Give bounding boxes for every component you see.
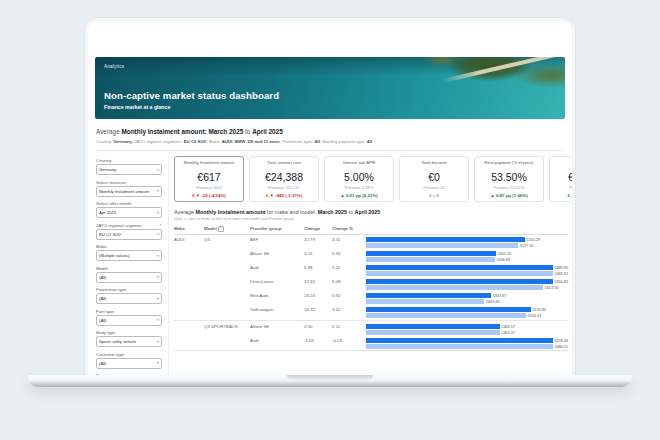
criteria-segment: Monthly payment type: All [322,139,372,144]
kpi-label: Deposit [552,161,572,170]
previous-month-bar[interactable] [366,330,500,335]
cell-provider-group: DirectLease [250,279,304,284]
filter-label: Body type [96,330,116,335]
criteria-label: Country: [96,139,113,144]
kpi-card[interactable]: Deposit €2,493 Previous €2,329 € ▲ 164 (… [549,156,572,202]
filter-dropdown[interactable]: Sports utility vehicle▾ [96,336,162,347]
summary-title-mid: to [243,128,252,135]
kpi-card[interactable]: Monthly Instalment amount €617 Previous … [174,156,244,202]
filter-dropdown[interactable]: Monthly Instalment amount▾ [96,186,162,197]
current-month-bar[interactable] [366,324,500,329]
current-bar-label: €689.90 [554,266,568,270]
cell-provider-group: Allane SE [250,251,304,256]
cell-change-pct: 5.92 [332,293,366,298]
previous-bar-line: €527.50 [366,243,568,248]
current-bar-label: €433.67 [493,294,507,298]
hero-banner: Analytics Non-captive market status dash… [95,57,565,119]
filter-label-row: Select offer month✕ [96,201,162,206]
column-header-change[interactable]: Change [304,226,332,231]
kpi-card[interactable]: Interest rate APR 5.00% Previous 4.99% ▲… [324,156,394,202]
filter-dropdown[interactable]: (All)▾ [96,315,162,326]
cell-change: 4.16 [304,251,332,256]
filter-dropdown[interactable]: Apr 2025▾ [96,207,162,218]
clear-filter-icon[interactable]: ✕ [159,223,162,227]
column-header-model[interactable]: Model− [204,226,250,233]
filter-criteria-line: Country: Germany, JATO regional segments… [96,139,564,144]
chevron-down-icon: ▾ [157,297,159,301]
column-header-provider-group[interactable]: Provider group [250,226,304,231]
cell-change-pct: -0.24 [332,338,366,343]
page-background: Analytics Non-captive market status dash… [0,0,660,440]
bar-pair: €678.46 €680.11 [366,338,568,349]
previous-bar-line: €682.92 [366,271,568,276]
filter-dropdown[interactable]: (Multiple values)▾ [96,250,162,261]
summary-title: Average Monthly Instalment amount: March… [96,128,564,135]
current-month-bar[interactable] [366,293,491,298]
kpi-delta: € ≈ 0 [402,193,466,198]
previous-month-bar[interactable] [366,271,553,276]
column-header-change-pct[interactable]: Change % [332,226,366,231]
current-month-bar[interactable] [366,251,496,256]
filter-dropdown[interactable]: (All)▾ [96,293,162,304]
kpi-previous-value: Previous €2,329 [552,185,572,190]
current-bar-label: €678.46 [554,339,568,343]
filter-label-row: Make✕ [96,244,162,249]
cell-change-pct: 0.11 [332,324,366,329]
chart-title-measure: Monthly Instalment amount [195,209,265,215]
kpi-delta: ▲ 0.87 pp (1.66%) [477,193,541,198]
filter-item: Select measure✕ Monthly Instalment amoun… [96,180,162,197]
previous-month-bar[interactable] [366,285,543,290]
table-row: AUDI Q3 AKF 22.79 4.31 €550.29 €527.50 [174,235,568,249]
chevron-down-icon: ▾ [157,361,159,365]
current-month-bar[interactable] [366,338,553,343]
kpi-card-row: Monthly Instalment amount €617 Previous … [174,156,572,202]
kpi-label: Final payment (% of price) [477,161,541,170]
previous-bar-label: €446.89 [496,258,510,262]
current-bar-label: €550.29 [526,238,540,242]
previous-month-bar[interactable] [366,344,553,349]
model-drill-icon[interactable]: − [218,226,225,233]
current-month-bar[interactable] [366,237,525,242]
bar-pair: €689.90 €682.92 [366,265,568,276]
previous-month-bar[interactable] [366,299,484,304]
current-month-bar[interactable] [366,265,553,270]
chevron-down-icon: ▾ [157,254,159,258]
chart-title-to: to [347,209,355,215]
filter-selected-value: (All) [99,275,106,280]
filter-dropdown[interactable]: Germany▾ [96,164,162,175]
summary-title-measure: Monthly Instalment amount: March 2025 [121,128,243,135]
kpi-delta: ▲ 0.01 pp (0.21%) [327,193,391,198]
chevron-down-icon: ▾ [157,232,159,236]
filter-dropdown[interactable]: (All)▾ [96,272,162,283]
chart-section: Average Monthly Instalment amount for ma… [174,209,572,351]
kpi-card[interactable]: Total discount €0 Previous €0 € ≈ 0 [399,156,469,202]
bar-pair: €433.67 €409.43 [366,293,568,304]
filter-item: Fuel type✕ (All)▾ [96,309,162,326]
column-header-make[interactable]: Make [174,226,204,231]
kpi-card[interactable]: Total contract cost €24,388 Previous €25… [249,156,319,202]
criteria-value: EU C2 SUV [184,139,207,144]
current-month-bar[interactable] [366,307,531,312]
current-bar-line: €550.29 [366,237,568,242]
current-month-bar[interactable] [366,279,553,284]
filter-item: Customer type✕ (All)▾ [96,352,162,369]
table-header-row: Make Model− Provider group Change Change… [174,226,568,236]
previous-bar-label: €680.11 [555,345,568,349]
filter-label: JATO regional segment [96,223,142,228]
kpi-card[interactable]: Final payment (% of price) 53.50% Previo… [474,156,544,202]
filter-label: Powertrain type [96,287,127,292]
page-title: Non-captive market status dashboard [104,90,279,101]
previous-month-bar[interactable] [366,257,495,262]
table-row: Allane SE 4.16 0.93 €451.05 €446.89 [174,249,568,263]
previous-month-bar[interactable] [366,313,526,318]
filter-label-row: Country✕ [96,158,162,163]
criteria-segment: Make: AUDI, BMW, DS and 11 more, [209,139,282,144]
filter-dropdown[interactable]: (All)▾ [96,358,162,369]
filter-dropdown[interactable]: EU C2 SUV▾ [96,229,162,240]
previous-month-bar[interactable] [366,243,518,248]
filter-item: JATO regional segment✕ EU C2 SUV▾ [96,223,162,240]
filter-label-row: Customer type✕ [96,352,162,357]
table-row: Volkswagen 16.72 3.02 €570.85 €554.13 [174,305,568,319]
table-row: Q3 SPORTBACK Allane SE 0.50 0.11 €463.57… [174,320,568,336]
filter-item: Country✕ Germany▾ [96,158,162,175]
